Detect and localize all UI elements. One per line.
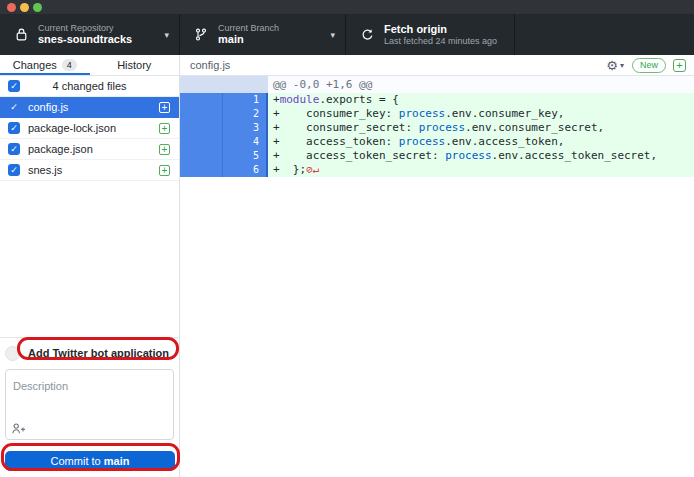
old-line-number — [180, 149, 223, 163]
file-name: config.js — [28, 101, 159, 113]
diff-line-text: +module.exports = { — [268, 93, 694, 107]
diff-body: @@ -0,0 +1,6 @@ 1+module.exports = {2+ c… — [180, 76, 694, 477]
file-checkbox[interactable]: ✓ — [8, 101, 20, 113]
file-row[interactable]: ✓package.json+ — [0, 139, 179, 160]
file-row[interactable]: ✓config.js+ — [0, 97, 179, 118]
hunk-header-text: @@ -0,0 +1,6 @@ — [268, 76, 694, 93]
diff-line-added[interactable]: 4+ access_token: process.env.access_toke… — [180, 135, 694, 149]
branch-name: main — [218, 33, 326, 46]
old-line-number — [180, 121, 223, 135]
added-status-icon: + — [159, 102, 170, 113]
diff-line-gutter[interactable]: 5 — [180, 149, 268, 163]
sync-icon — [359, 28, 375, 41]
changes-count-badge: 4 — [62, 59, 77, 71]
diff-line-added[interactable]: 5+ access_token_secret: process.env.acce… — [180, 149, 694, 163]
minimize-window-button[interactable] — [20, 3, 29, 12]
old-line-number — [180, 93, 223, 107]
sidebar-tabbar: Changes 4 History — [0, 55, 179, 76]
tab-changes-label: Changes — [13, 59, 57, 71]
diff-line-added[interactable]: 1+module.exports = { — [180, 93, 694, 107]
branch-info: Current Branch main — [218, 23, 326, 46]
new-line-number: 6 — [223, 163, 266, 177]
added-status-icon: + — [159, 123, 170, 134]
commit-area: Description Commit to main — [0, 337, 179, 477]
diff-header: config.js ⚙ ▾ New + — [180, 55, 694, 76]
diff-line-text: + access_token: process.env.access_token… — [268, 135, 694, 149]
expand-diff-icon[interactable]: + — [673, 59, 686, 72]
diff-line-gutter[interactable]: 3 — [180, 121, 268, 135]
added-status-icon: + — [159, 165, 170, 176]
changed-files-count: 4 changed files — [0, 80, 179, 92]
file-name: package-lock.json — [28, 122, 159, 134]
diff-file-name: config.js — [190, 59, 606, 71]
tab-history-label: History — [117, 59, 151, 71]
diff-line-gutter[interactable]: 1 — [180, 93, 268, 107]
current-repository-dropdown[interactable]: Current Repository snes-soundtracks ▾ — [0, 14, 180, 55]
file-name: snes.js — [28, 164, 159, 176]
new-line-number: 4 — [223, 135, 266, 149]
diff-options-button[interactable]: ⚙ ▾ — [606, 59, 624, 72]
file-checkbox[interactable]: ✓ — [8, 143, 20, 155]
chevron-down-icon: ▾ — [164, 30, 169, 40]
commit-to-main-button[interactable]: Commit to main — [5, 451, 175, 471]
repository-info: Current Repository snes-soundtracks — [38, 23, 160, 46]
file-row[interactable]: ✓package-lock.json+ — [0, 118, 179, 139]
git-branch-icon — [193, 28, 209, 41]
diff-line-added[interactable]: 6+ };⊘↵ — [180, 163, 694, 177]
commit-summary-row — [5, 342, 174, 364]
diff-line-text: + access_token_secret: process.env.acces… — [268, 149, 694, 163]
new-line-number: 2 — [223, 107, 266, 121]
diff-line-gutter[interactable]: 6 — [180, 163, 268, 177]
diff-line-gutter[interactable]: 4 — [180, 135, 268, 149]
file-checkbox[interactable]: ✓ — [8, 164, 20, 176]
new-line-number: 5 — [223, 149, 266, 163]
file-name: package.json — [28, 143, 159, 155]
commit-branch-name: main — [104, 455, 130, 467]
file-checkbox[interactable]: ✓ — [8, 122, 20, 134]
new-line-number: 1 — [223, 93, 266, 107]
sidebar-empty-space — [0, 181, 179, 337]
github-desktop-window: Current Repository snes-soundtracks ▾ Cu… — [0, 0, 694, 477]
titlebar — [0, 0, 694, 14]
avatar — [5, 346, 20, 361]
fetch-info: Fetch origin Last fetched 24 minutes ago — [384, 23, 504, 46]
tab-history[interactable]: History — [90, 55, 180, 75]
fetch-sublabel: Last fetched 24 minutes ago — [384, 36, 504, 46]
current-branch-dropdown[interactable]: Current Branch main ▾ — [180, 14, 346, 55]
tab-changes[interactable]: Changes 4 — [0, 55, 90, 75]
hunk-gutter — [180, 76, 268, 93]
diff-lines: 1+module.exports = {2+ consumer_key: pro… — [180, 93, 694, 177]
added-status-icon: + — [159, 144, 170, 155]
new-line-number: 3 — [223, 121, 266, 135]
changed-files-header: ✓ 4 changed files — [0, 76, 179, 97]
changed-file-list: ✓config.js+✓package-lock.json+✓package.j… — [0, 97, 179, 181]
commit-description-field[interactable]: Description — [5, 369, 174, 440]
diff-line-text: + consumer_secret: process.env.consumer_… — [268, 121, 694, 135]
zoom-window-button[interactable] — [33, 3, 42, 12]
lock-icon — [13, 28, 29, 41]
sidebar: Changes 4 History ✓ 4 changed files ✓con… — [0, 55, 180, 477]
diff-line-gutter[interactable]: 2 — [180, 107, 268, 121]
description-placeholder: Description — [13, 380, 68, 392]
fetch-label: Fetch origin — [384, 23, 504, 36]
file-row[interactable]: ✓snes.js+ — [0, 160, 179, 181]
diff-line-added[interactable]: 3+ consumer_secret: process.env.consumer… — [180, 121, 694, 135]
branch-label: Current Branch — [218, 23, 326, 33]
hunk-header-row: @@ -0,0 +1,6 @@ — [180, 76, 694, 93]
gear-icon: ⚙ — [606, 59, 618, 72]
close-window-button[interactable] — [7, 3, 16, 12]
diff-panel: config.js ⚙ ▾ New + @@ -0,0 +1,6 @@ 1+mo… — [180, 55, 694, 477]
toolbar-filler — [515, 14, 694, 55]
repository-name: snes-soundtracks — [38, 33, 160, 46]
toolbar: Current Repository snes-soundtracks ▾ Cu… — [0, 14, 694, 55]
old-line-number — [180, 107, 223, 121]
chevron-down-icon: ▾ — [620, 61, 624, 70]
commit-summary-input[interactable] — [24, 344, 174, 362]
diff-line-added[interactable]: 2+ consumer_key: process.env.consumer_ke… — [180, 107, 694, 121]
add-coauthor-button[interactable] — [12, 423, 26, 434]
repository-label: Current Repository — [38, 23, 160, 33]
diff-line-text: + consumer_key: process.env.consumer_key… — [268, 107, 694, 121]
fetch-origin-button[interactable]: Fetch origin Last fetched 24 minutes ago — [346, 14, 515, 55]
main-area: Changes 4 History ✓ 4 changed files ✓con… — [0, 55, 694, 477]
old-line-number — [180, 163, 223, 177]
